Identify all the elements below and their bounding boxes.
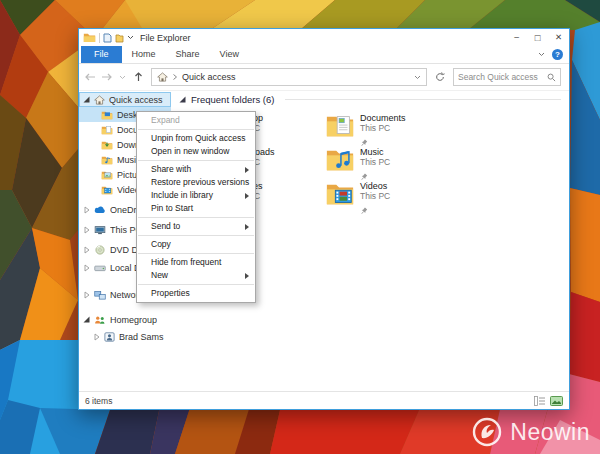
qat-divider — [99, 33, 100, 43]
minimize-button[interactable]: – — [506, 29, 527, 46]
address-bar[interactable]: Quick access — [151, 68, 427, 86]
neowin-watermark: Neowin — [472, 417, 590, 447]
menu-item-properties[interactable]: Properties — [137, 287, 255, 300]
home-icon — [94, 95, 105, 105]
menu-separator — [138, 253, 254, 254]
menu-item-new[interactable]: New — [137, 269, 255, 282]
tile-location: This PC — [360, 123, 406, 133]
group-header-rule — [285, 99, 561, 100]
search-box[interactable] — [453, 68, 561, 86]
submenu-arrow-icon — [245, 193, 249, 199]
network-icon — [94, 290, 106, 300]
file-explorer-window: File Explorer – □ ✕ File Home Share View… — [78, 28, 570, 410]
menu-item-hide-from-frequent[interactable]: Hide from frequent — [137, 256, 255, 269]
pin-icon — [360, 207, 368, 215]
neowin-brand-text: Neowin — [510, 419, 590, 446]
folder-tile-videos[interactable]: Videos This PC — [325, 181, 455, 211]
recent-locations-chevron-icon[interactable] — [116, 75, 129, 80]
search-input[interactable] — [458, 72, 547, 82]
pin-icon — [360, 173, 368, 181]
collapsed-arrow-icon[interactable] — [94, 333, 100, 341]
menu-item-pin-to-start[interactable]: Pin to Start — [137, 202, 255, 215]
downloads-folder-icon — [101, 140, 113, 150]
submenu-arrow-icon — [245, 167, 249, 173]
tile-location: This PC — [360, 191, 390, 201]
sidebar-item-label: Quick access — [109, 95, 163, 105]
menu-item-open-in-new-window[interactable]: Open in new window — [137, 145, 255, 158]
window-title: File Explorer — [140, 33, 506, 43]
qat-new-folder-icon[interactable] — [115, 33, 124, 43]
sidebar-item-label: Homegroup — [110, 315, 157, 325]
tab-share[interactable]: Share — [166, 46, 210, 63]
tile-location: This PC — [360, 157, 390, 167]
expanded-arrow-icon[interactable] — [83, 96, 90, 103]
documents-folder-icon — [101, 125, 113, 135]
up-button[interactable] — [132, 72, 145, 82]
address-dropdown-chevron-icon[interactable] — [414, 75, 421, 80]
sidebar-item-label: Brad Sams — [119, 332, 164, 342]
ribbon-tabs: File Home Share View ? — [79, 46, 569, 64]
sidebar-item-user[interactable]: Brad Sams — [79, 329, 171, 344]
user-icon — [104, 332, 115, 342]
menu-item-unpin-from-quick-access[interactable]: Unpin from Quick access — [137, 132, 255, 145]
forward-button[interactable] — [100, 73, 113, 81]
menu-item-share-with[interactable]: Share with — [137, 163, 255, 176]
status-bar: 6 items — [79, 391, 569, 409]
menu-separator — [138, 129, 254, 130]
documents-folder-icon — [325, 113, 355, 139]
search-icon[interactable] — [547, 73, 556, 82]
qat-properties-icon[interactable] — [103, 33, 112, 43]
submenu-arrow-icon — [245, 224, 249, 230]
home-icon — [157, 72, 168, 82]
close-button[interactable]: ✕ — [548, 29, 569, 46]
tab-home[interactable]: Home — [122, 46, 166, 63]
menu-separator — [138, 217, 254, 218]
tile-name: Documents — [360, 113, 406, 123]
details-view-button[interactable] — [534, 396, 546, 406]
onedrive-cloud-icon — [94, 205, 106, 214]
menu-item-expand: Expand — [137, 114, 255, 127]
back-button[interactable] — [84, 73, 97, 81]
menu-item-send-to[interactable]: Send to — [137, 220, 255, 233]
collapsed-arrow-icon[interactable] — [84, 246, 90, 254]
tile-name: Videos — [360, 181, 390, 191]
breadcrumb-separator-icon — [173, 74, 177, 80]
menu-separator — [138, 284, 254, 285]
expanded-arrow-icon[interactable] — [83, 316, 90, 323]
expand-ribbon-chevron-icon[interactable] — [538, 52, 545, 57]
dvd-drive-icon — [94, 245, 106, 255]
tab-file[interactable]: File — [81, 46, 122, 63]
context-menu: Expand Unpin from Quick access Open in n… — [136, 111, 256, 303]
refresh-button[interactable] — [433, 72, 446, 82]
videos-folder-icon — [325, 181, 355, 207]
group-header[interactable]: Frequent folders (6) — [179, 94, 561, 105]
title-bar[interactable]: File Explorer – □ ✕ — [79, 29, 569, 46]
collapsed-arrow-icon[interactable] — [84, 206, 90, 214]
help-icon[interactable]: ? — [552, 49, 563, 60]
this-pc-icon — [94, 225, 106, 235]
maximize-button[interactable]: □ — [527, 29, 548, 46]
music-folder-icon — [101, 155, 113, 165]
pin-icon — [360, 139, 368, 147]
sidebar-item-quick-access[interactable]: Quick access — [79, 92, 171, 107]
menu-item-copy[interactable]: Copy — [137, 238, 255, 251]
menu-separator — [138, 160, 254, 161]
folder-tile-documents[interactable]: Documents This PC — [325, 113, 455, 143]
homegroup-icon — [94, 315, 106, 325]
quick-access-toolbar — [83, 32, 134, 43]
collapsed-arrow-icon[interactable] — [84, 291, 90, 299]
desktop-folder-icon — [101, 110, 113, 120]
group-collapse-arrow-icon[interactable] — [179, 96, 186, 103]
group-header-label: Frequent folders (6) — [191, 94, 274, 105]
folder-tile-music[interactable]: Music This PC — [325, 147, 455, 177]
collapsed-arrow-icon[interactable] — [84, 226, 90, 234]
large-icons-view-button[interactable] — [550, 396, 563, 406]
qat-customize-chevron-icon[interactable] — [127, 35, 134, 40]
navigation-toolbar: Quick access — [79, 64, 569, 91]
sidebar-item-homegroup[interactable]: Homegroup — [79, 312, 171, 327]
tab-view[interactable]: View — [210, 46, 249, 63]
breadcrumb-location[interactable]: Quick access — [182, 72, 236, 82]
menu-item-restore-previous-versions[interactable]: Restore previous versions — [137, 176, 255, 189]
menu-item-include-in-library[interactable]: Include in library — [137, 189, 255, 202]
collapsed-arrow-icon[interactable] — [84, 264, 90, 272]
